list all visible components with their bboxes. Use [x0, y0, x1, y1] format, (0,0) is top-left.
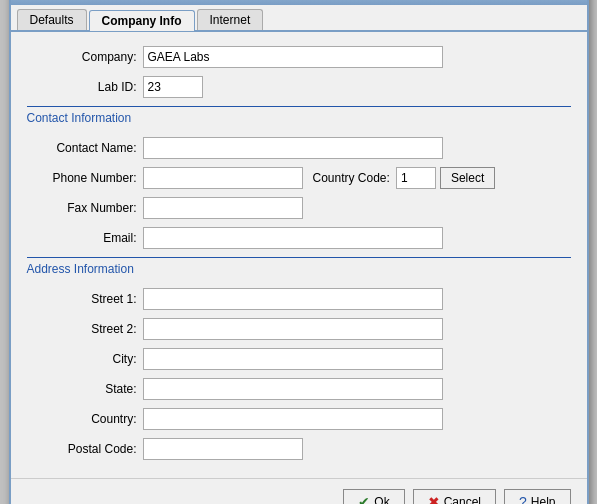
contact-title-row: Contact Information [27, 107, 571, 131]
cancel-label: Cancel [444, 495, 481, 505]
labid-input[interactable] [143, 76, 203, 98]
company-row: Company: [27, 46, 571, 68]
ok-icon: ✔ [358, 494, 370, 505]
street1-label: Street 1: [27, 292, 137, 306]
phone-row: Phone Number: Country Code: Select [27, 167, 571, 189]
fax-input[interactable] [143, 197, 303, 219]
company-input[interactable] [143, 46, 443, 68]
contact-name-row: Contact Name: [27, 137, 571, 159]
email-row: Email: [27, 227, 571, 249]
street2-input[interactable] [143, 318, 443, 340]
street1-row: Street 1: [27, 288, 571, 310]
help-button[interactable]: ? Help [504, 489, 570, 505]
fax-label: Fax Number: [27, 201, 137, 215]
street2-row: Street 2: [27, 318, 571, 340]
country-label: Country: [27, 412, 137, 426]
contact-name-input[interactable] [143, 137, 443, 159]
state-label: State: [27, 382, 137, 396]
tab-company-info[interactable]: Company Info [89, 10, 195, 31]
labid-row: Lab ID: [27, 76, 571, 98]
postal-label: Postal Code: [27, 442, 137, 456]
city-row: City: [27, 348, 571, 370]
contact-section-title: Contact Information [27, 111, 132, 125]
ok-label: Ok [374, 495, 389, 505]
postal-input[interactable] [143, 438, 303, 460]
country-code-label: Country Code: [313, 171, 390, 185]
help-icon: ? [519, 494, 527, 505]
postal-row: Postal Code: [27, 438, 571, 460]
street1-input[interactable] [143, 288, 443, 310]
dialog-footer: ✔ Ok ✖ Cancel ? Help [11, 478, 587, 505]
address-title-row: Address Information [27, 258, 571, 282]
tab-internet[interactable]: Internet [197, 9, 264, 30]
ok-button[interactable]: ✔ Ok [343, 489, 404, 505]
contact-name-label: Contact Name: [27, 141, 137, 155]
phone-input[interactable] [143, 167, 303, 189]
country-input[interactable] [143, 408, 443, 430]
tab-defaults[interactable]: Defaults [17, 9, 87, 30]
labid-label: Lab ID: [27, 80, 137, 94]
fax-row: Fax Number: [27, 197, 571, 219]
email-input[interactable] [143, 227, 443, 249]
email-label: Email: [27, 231, 137, 245]
address-section-title: Address Information [27, 262, 134, 276]
state-input[interactable] [143, 378, 443, 400]
city-label: City: [27, 352, 137, 366]
select-button[interactable]: Select [440, 167, 495, 189]
street2-label: Street 2: [27, 322, 137, 336]
main-content: Company: Lab ID: Contact Information Con… [11, 32, 587, 478]
help-label: Help [531, 495, 556, 505]
address-section: Address Information Street 1: Street 2: … [27, 257, 571, 460]
city-input[interactable] [143, 348, 443, 370]
preferences-dialog: Preferences Defaults Company Info Intern… [9, 0, 589, 504]
contact-section: Contact Information Contact Name: Phone … [27, 106, 571, 249]
country-row: Country: [27, 408, 571, 430]
phone-label: Phone Number: [27, 171, 137, 185]
cancel-icon: ✖ [428, 494, 440, 505]
state-row: State: [27, 378, 571, 400]
country-code-input[interactable] [396, 167, 436, 189]
company-label: Company: [27, 50, 137, 64]
cancel-button[interactable]: ✖ Cancel [413, 489, 496, 505]
tab-bar: Defaults Company Info Internet [11, 5, 587, 32]
